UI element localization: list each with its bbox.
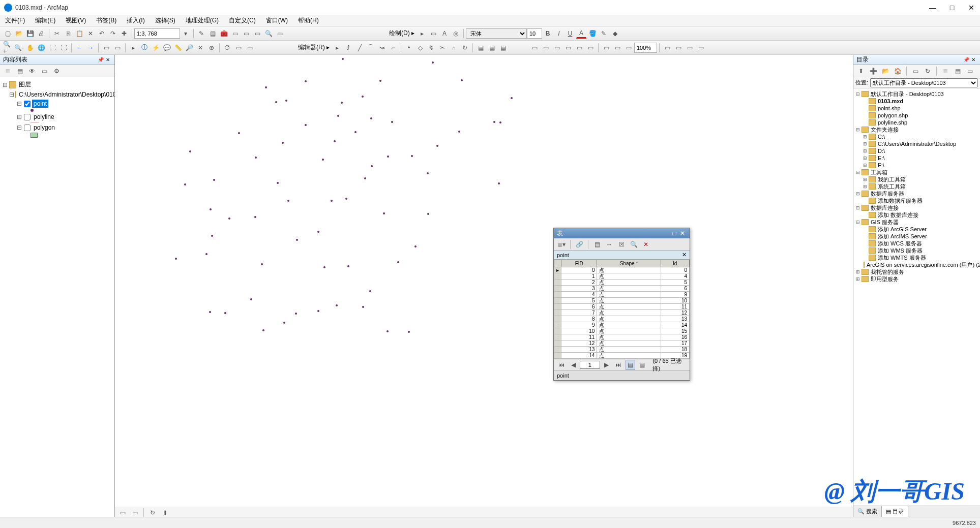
map-point[interactable] — [498, 182, 500, 184]
toc-root[interactable]: ⊟ 图层 — [2, 79, 112, 90]
map-point[interactable] — [262, 329, 264, 331]
catalog-node[interactable]: ⊟文件夹连接 — [855, 126, 978, 133]
expand-toggle-icon[interactable]: ⊞ — [863, 183, 868, 190]
table-row[interactable]: ▸0点0 — [554, 267, 690, 273]
next-record-icon[interactable]: ▶ — [602, 360, 611, 370]
forward-icon[interactable]: → — [85, 43, 96, 53]
map-point[interactable] — [238, 132, 240, 134]
table-row[interactable]: 6点11 — [554, 304, 690, 310]
catalog-node[interactable]: ⊞C:\ — [855, 133, 978, 140]
map-point[interactable] — [414, 245, 417, 247]
map-point[interactable] — [255, 157, 257, 159]
split-icon[interactable]: ⑃ — [449, 43, 459, 53]
map-point[interactable] — [364, 177, 366, 179]
expand-toggle-icon[interactable]: ⊟ — [9, 91, 14, 98]
map-point[interactable] — [436, 145, 438, 147]
select-by-attributes-icon[interactable]: ▤ — [592, 239, 602, 250]
table-options-icon[interactable]: ≣▾ — [556, 239, 567, 250]
properties-icon[interactable]: ▭ — [965, 66, 975, 76]
catalog-node[interactable]: polygon.shp — [855, 112, 978, 119]
data-driven-icon[interactable]: ▭ — [696, 43, 706, 53]
html-popup-icon[interactable]: 💬 — [162, 43, 172, 53]
editor-label[interactable]: 编辑器(R) ▸ — [298, 43, 330, 52]
create-viewer-icon[interactable]: ▭ — [233, 43, 244, 53]
map-point[interactable] — [371, 165, 373, 167]
show-selected-icon[interactable]: ▤ — [637, 360, 647, 370]
list-by-source-icon[interactable]: ▤ — [15, 66, 25, 76]
catalog-node[interactable]: ⊞F:\ — [855, 162, 978, 169]
map-point[interactable] — [427, 213, 429, 215]
search-icon[interactable]: 🔍 — [263, 28, 274, 39]
table-tab-close-icon[interactable]: ✕ — [682, 252, 687, 258]
current-record-input[interactable] — [580, 361, 600, 369]
map-point[interactable] — [432, 61, 434, 64]
map-point[interactable] — [282, 142, 284, 144]
data-view-icon[interactable]: ▭ — [117, 508, 128, 518]
python-icon[interactable]: ▭ — [230, 28, 240, 39]
select-element-icon[interactable]: ▸ — [417, 28, 427, 39]
layer-visibility-checkbox[interactable] — [24, 125, 31, 131]
expand-toggle-icon[interactable]: ⊞ — [855, 275, 860, 283]
map-point[interactable] — [337, 115, 339, 117]
expand-toggle-icon[interactable]: ⊟ — [855, 90, 860, 98]
table-row[interactable]: 8点13 — [554, 316, 690, 322]
zoom-out-icon[interactable]: 🔍- — [14, 43, 24, 53]
layout-view-icon[interactable]: ▭ — [130, 508, 140, 518]
rotate-icon[interactable]: ↻ — [460, 43, 470, 53]
map-point[interactable] — [261, 263, 263, 265]
draw-toolbar-label[interactable]: 绘制(D) ▸ — [389, 29, 414, 38]
catalog-node[interactable]: polyline.shp — [855, 119, 978, 126]
map-point[interactable] — [331, 200, 333, 202]
point-icon[interactable]: • — [404, 43, 414, 53]
layout-icon[interactable]: ▭ — [601, 43, 611, 53]
map-point[interactable] — [184, 183, 186, 185]
expand-toggle-icon[interactable]: ⊟ — [16, 113, 22, 120]
catalog-close-icon[interactable]: ✕ — [970, 56, 977, 64]
georef-icon[interactable]: ▭ — [585, 43, 596, 53]
copy-icon[interactable]: ⎘ — [63, 28, 73, 39]
catalog-node[interactable]: 0103.mxd — [855, 98, 978, 105]
map-point[interactable] — [254, 216, 256, 218]
layout-zoom-input[interactable] — [634, 43, 657, 53]
catalog-node[interactable]: ⊞E:\ — [855, 154, 978, 162]
hyperlink-icon[interactable]: ⚡ — [151, 43, 161, 53]
map-point[interactable] — [285, 100, 287, 102]
new-icon[interactable]: ▢ — [3, 28, 13, 39]
delete-icon[interactable]: ✕ — [85, 28, 96, 39]
catalog-node[interactable]: ⊟GIS 服务器 — [855, 219, 978, 226]
catalog-node[interactable]: 添加 WMS 服务器 — [855, 247, 978, 254]
cut-icon[interactable]: ✂ — [52, 28, 62, 39]
home-icon[interactable]: 🏠 — [893, 66, 903, 76]
table-row[interactable]: 7点12 — [554, 310, 690, 316]
minimize-button[interactable]: — — [928, 3, 937, 12]
map-point[interactable] — [175, 258, 177, 260]
map-point[interactable] — [354, 131, 357, 133]
map-point[interactable] — [224, 312, 226, 314]
catalog-node[interactable]: 添加 ArcIMS Server — [855, 233, 978, 240]
catalog-node[interactable]: point.shp — [855, 105, 978, 112]
fill-color-icon[interactable]: 🪣 — [587, 28, 598, 39]
map-point[interactable] — [391, 121, 393, 123]
data-driven-icon[interactable]: ▭ — [685, 43, 695, 53]
catalog-node[interactable]: 添加 ArcGIS Server — [855, 226, 978, 233]
go-to-xy-icon[interactable]: ⊕ — [206, 43, 217, 53]
table-row[interactable]: 3点6 — [554, 286, 690, 292]
map-point[interactable] — [342, 58, 344, 60]
font-size-input[interactable] — [527, 28, 542, 39]
table-icon[interactable]: ▤ — [207, 28, 218, 39]
table-col-fid[interactable]: FID — [561, 260, 597, 267]
menu-customize[interactable]: 自定义(C) — [227, 15, 258, 26]
marker-color-icon[interactable]: ◆ — [610, 28, 620, 39]
catalog-node[interactable]: 添加 WMTS 服务器 — [855, 254, 978, 261]
map-point[interactable] — [461, 79, 463, 81]
map-point[interactable] — [362, 306, 364, 308]
map-point[interactable] — [379, 80, 381, 82]
disconnect-folder-icon[interactable]: 📂 — [880, 66, 890, 76]
catalog-node[interactable]: ⊞C:\Users\Administrator\Desktop — [855, 140, 978, 147]
map-point[interactable] — [210, 208, 212, 210]
georef-icon[interactable]: ▭ — [552, 43, 562, 53]
map-point[interactable] — [383, 212, 385, 214]
expand-toggle-icon[interactable]: ⊞ — [855, 268, 860, 275]
map-point[interactable] — [209, 311, 211, 313]
map-scale-input[interactable] — [134, 28, 180, 39]
